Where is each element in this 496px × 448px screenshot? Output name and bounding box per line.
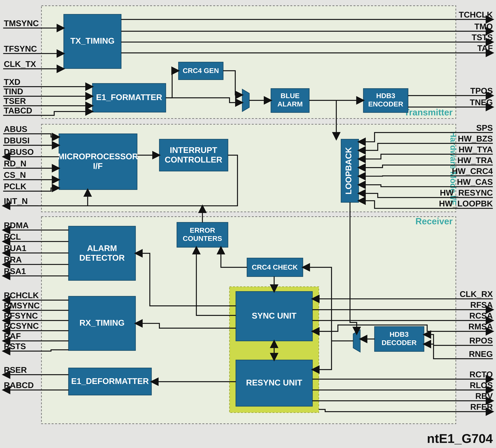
pin-tneg: TNEG <box>470 98 493 107</box>
label-hdb3-dec-l1: HDB3 <box>389 330 409 338</box>
pin-hw-tra: HW_TRA <box>457 156 493 165</box>
pin-rfer: RFER <box>470 402 493 411</box>
pin-cs-n: CS_N <box>4 170 26 179</box>
pin-rbv: RBV <box>475 391 493 401</box>
pin-tpos: TPOS <box>470 86 493 95</box>
label-sync-unit: SYNC UNIT <box>252 311 296 320</box>
pin-rlos: RLOS <box>470 381 493 390</box>
pin-clk-tx: CLK_TX <box>4 60 36 69</box>
label-crc4-check: CRC4 CHECK <box>252 263 298 271</box>
label-error-cnt-l2: COUNTERS <box>183 235 222 242</box>
pin-rdma: RDMA <box>4 221 29 230</box>
label-hdb3-dec-l2: DECODER <box>382 339 417 346</box>
diagram-canvas: Transmitter Receiver Hardware Mode I/F T… <box>0 0 496 448</box>
pin-clk-rx: CLK_RX <box>460 289 493 299</box>
pin-dbusi: DBUSI <box>4 136 30 145</box>
pin-hw-cas: HW_CAS <box>457 177 493 187</box>
label-loopback: LOOPBACK <box>344 147 353 194</box>
pin-hw-resync: HW_RESYNC <box>440 188 493 197</box>
pin-tind: TIND <box>4 87 23 96</box>
pin-tmo: TMO <box>474 22 493 31</box>
pin-rcto: RCTO <box>469 370 493 379</box>
pin-rneg: RNEG <box>469 349 493 358</box>
label-alarm-det-l1: ALARM <box>87 244 117 253</box>
label-error-cnt-l1: ERROR <box>190 226 215 234</box>
pin-tser: TSER <box>4 96 26 105</box>
region-label-receiver: Receiver <box>415 216 453 226</box>
pin-hw-crc4: HW_CRC4 <box>452 166 493 176</box>
pin-rpos: RPOS <box>469 336 493 345</box>
pin-rsa1: RSA1 <box>4 267 26 276</box>
pin-rmsync: RMSYNC <box>4 301 40 310</box>
label-e1-deformat: E1_DEFORMATTER <box>71 376 149 386</box>
label-e1-formatter: E1_FORMATTER <box>96 93 162 102</box>
pin-hw-tya: HW_TYA <box>459 145 493 154</box>
pin-hw-loopbk: HW_LOOPBK <box>439 199 493 208</box>
label-micro-l1: MICROPROCESSOR <box>58 152 138 161</box>
pin-dbuso: DBUSO <box>4 147 34 157</box>
pin-hw-bzs: HW_BZS <box>458 134 493 143</box>
pin-rd-n: RD_N <box>4 159 26 168</box>
pin-tfsync: TFSYNC <box>4 44 37 53</box>
pin-taf: TAF <box>477 44 493 53</box>
label-intc-l1: INTERRUPT <box>170 146 217 155</box>
region-label-transmitter: Transmitter <box>404 107 453 117</box>
label-hdb3-enc-l2: ENCODER <box>368 100 403 108</box>
pin-pclk: PCLK <box>4 182 26 191</box>
label-rx-timing: RX_TIMING <box>79 318 125 327</box>
pin-tmsync: TMSYNC <box>4 19 39 28</box>
pin-rfsa: RFSA <box>470 300 493 310</box>
pin-txd: TXD <box>4 77 20 87</box>
pin-rfsync: RFSYNC <box>4 311 38 320</box>
pin-rmsa: RMSA <box>468 322 493 331</box>
pin-rua1: RUA1 <box>4 244 26 253</box>
mux-tx <box>242 89 249 111</box>
pin-rcsync: RCSYNC <box>4 321 39 330</box>
pin-int-n: INT_N <box>4 196 28 206</box>
label-blue-alarm-l2: ALARM <box>278 100 303 108</box>
diagram-title: ntE1_G704 <box>427 431 493 446</box>
label-micro-l2: I/F <box>93 161 103 171</box>
pin-sps: SPS <box>476 123 493 133</box>
pin-rra: RRA <box>4 255 22 264</box>
label-intc-l2: CONTROLLER <box>165 155 222 164</box>
label-resync-unit: RESYNC UNIT <box>246 378 302 387</box>
pin-rchclk: RCHCLK <box>4 291 39 300</box>
pin-tsts: TSTS <box>472 33 493 42</box>
label-tx-timing: TX_TIMING <box>70 36 114 45</box>
pin-rsts: RSTS <box>4 342 26 351</box>
pin-rabcd: RABCD <box>4 381 34 390</box>
label-hdb3-enc-l1: HDB3 <box>376 92 395 100</box>
pin-raf: RAF <box>4 331 21 341</box>
label-blue-alarm-l1: BLUE <box>280 92 300 100</box>
label-crc4-gen: CRC4 GEN <box>183 67 219 75</box>
pin-rcl: RCL <box>4 232 21 241</box>
label-alarm-det-l2: DETECTOR <box>79 253 125 262</box>
pin-abus: ABUS <box>4 124 27 134</box>
pin-tabcd: TABCD <box>4 106 32 115</box>
pin-rcsa: RCSA <box>469 311 493 320</box>
pin-rser: RSER <box>4 365 27 374</box>
pin-tchclk: TCHCLK <box>459 10 493 19</box>
